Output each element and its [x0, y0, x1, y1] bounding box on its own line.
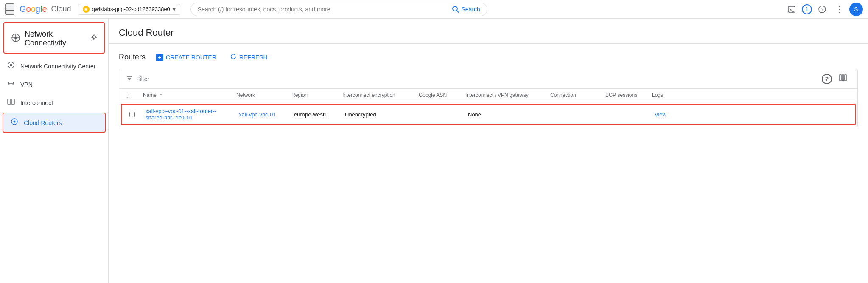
cloud-routers-icon: [10, 118, 19, 127]
sidebar-item-interconnect-label: Interconnect: [20, 99, 53, 106]
row-encryption: Unencrypted: [342, 108, 418, 121]
logs-view-link[interactable]: View: [655, 111, 666, 118]
svg-rect-28: [11, 99, 14, 104]
svg-line-15: [91, 39, 92, 40]
row-select-input[interactable]: [129, 112, 135, 117]
row-region: europe-west1: [291, 108, 342, 121]
svg-line-4: [457, 10, 459, 12]
filter-bar: Filter ?: [119, 69, 857, 89]
svg-rect-0: [6, 6, 14, 6]
svg-point-17: [10, 64, 12, 66]
main-content: Cloud Router Routers + CREATE ROUTER REF…: [109, 19, 868, 283]
col-header-gateway[interactable]: Interconnect / VPN gateway: [462, 92, 547, 98]
svg-point-10: [14, 37, 17, 39]
filter-icon: [126, 75, 133, 83]
layout: Network Connectivity Network Connectivit…: [0, 19, 868, 283]
terminal-icon[interactable]: [785, 3, 798, 16]
refresh-button[interactable]: REFRESH: [227, 51, 271, 64]
page-title: Cloud Router: [119, 27, 858, 38]
row-asn: [418, 111, 465, 118]
row-network: xall-vpc-vpc-01: [235, 108, 291, 121]
row-checkbox[interactable]: [122, 108, 142, 121]
help-icon[interactable]: ?: [815, 3, 829, 16]
sidebar-item-cloud-routers-label: Cloud Routers: [24, 119, 62, 126]
sidebar-item-vpn-label: VPN: [20, 81, 33, 88]
project-icon: ◉: [83, 6, 90, 13]
col-header-network[interactable]: Network: [233, 92, 288, 98]
create-router-button[interactable]: + CREATE ROUTER: [152, 51, 220, 64]
page-header: Cloud Router: [109, 19, 868, 44]
topbar-icons: 1 ? ⋮ S: [785, 3, 863, 16]
svg-rect-34: [840, 75, 841, 81]
table-column-headers: Name ↑ Network Region Interconnect encry…: [119, 89, 857, 102]
sidebar-header-title: Network Connectivity: [25, 30, 86, 48]
column-toggle-icon[interactable]: [839, 74, 847, 84]
select-all-input[interactable]: [127, 93, 132, 98]
sidebar-item-cloud-routers[interactable]: Cloud Routers: [3, 113, 106, 133]
row-name: xall-vpc--vpc-01--xall-router--shared-na…: [142, 105, 235, 124]
refresh-icon: [230, 53, 237, 61]
interconnect-icon: [7, 98, 15, 108]
cloud-label: Cloud: [51, 5, 71, 14]
sidebar-item-ncc-label: Network Connectivity Center: [20, 63, 95, 70]
col-header-connection[interactable]: Connection: [547, 92, 602, 98]
col-header-name[interactable]: Name ↑: [140, 92, 233, 98]
row-connection: [549, 111, 605, 118]
network-connectivity-icon: [11, 33, 20, 45]
row-logs: View: [651, 108, 685, 121]
router-name-link[interactable]: xall-vpc--vpc-01--xall-router--shared-na…: [146, 108, 216, 121]
project-selector[interactable]: ◉ qwiklabs-gcp-02-cd12639338e0 ▾: [78, 4, 180, 15]
table-container: Filter ? Name ↑: [119, 69, 858, 127]
svg-rect-27: [8, 99, 11, 104]
google-cloud-logo[interactable]: Google Cloud: [20, 4, 71, 14]
sidebar-header: Network Connectivity: [3, 22, 105, 54]
select-all-checkbox[interactable]: [119, 93, 140, 98]
menu-icon[interactable]: [5, 3, 14, 15]
svg-rect-1: [6, 8, 14, 8]
row-bgp: [605, 111, 651, 118]
network-link[interactable]: xall-vpc-vpc-01: [239, 111, 276, 118]
pin-icon[interactable]: [90, 34, 97, 43]
col-header-asn[interactable]: Google ASN: [415, 92, 462, 98]
create-icon: +: [156, 54, 163, 61]
col-header-encryption[interactable]: Interconnect encryption: [339, 92, 415, 98]
svg-text:?: ?: [821, 7, 824, 13]
sidebar-item-ncc[interactable]: Network Connectivity Center: [0, 57, 108, 75]
content-toolbar: Routers + CREATE ROUTER REFRESH: [119, 51, 858, 64]
row-gateway: None: [465, 108, 549, 121]
project-dropdown-icon: ▾: [173, 6, 176, 13]
svg-rect-2: [6, 10, 14, 11]
col-header-logs[interactable]: Logs: [649, 92, 683, 98]
sidebar-item-interconnect[interactable]: Interconnect: [0, 93, 108, 112]
ncc-icon: [7, 61, 15, 71]
sidebar: Network Connectivity Network Connectivit…: [0, 19, 109, 283]
section-title: Routers: [119, 53, 146, 62]
topbar: Google Cloud ◉ qwiklabs-gcp-02-cd1263933…: [0, 0, 868, 19]
search-button[interactable]: Search: [452, 6, 480, 13]
vpn-icon: [7, 79, 15, 89]
sort-icon: ↑: [160, 92, 162, 98]
search-bar: Search: [190, 3, 487, 16]
more-options-icon[interactable]: ⋮: [832, 3, 846, 16]
project-name: qwiklabs-gcp-02-cd12639338e0: [92, 6, 170, 12]
notification-badge[interactable]: 1: [802, 4, 812, 14]
filter-label[interactable]: Filter: [136, 76, 149, 82]
sidebar-item-vpn[interactable]: VPN: [0, 75, 108, 93]
table-help-icon[interactable]: ?: [822, 74, 832, 84]
table-row: xall-vpc--vpc-01--xall-router--shared-na…: [121, 104, 856, 125]
svg-point-30: [14, 121, 16, 123]
col-header-region[interactable]: Region: [288, 92, 339, 98]
svg-rect-35: [842, 75, 844, 81]
content-area: Routers + CREATE ROUTER REFRESH: [109, 44, 868, 134]
avatar[interactable]: S: [849, 3, 863, 16]
search-input[interactable]: [198, 6, 449, 13]
svg-rect-36: [845, 75, 846, 81]
table-toolbar-right: ?: [822, 74, 851, 84]
col-header-bgp[interactable]: BGP sessions: [602, 92, 649, 98]
